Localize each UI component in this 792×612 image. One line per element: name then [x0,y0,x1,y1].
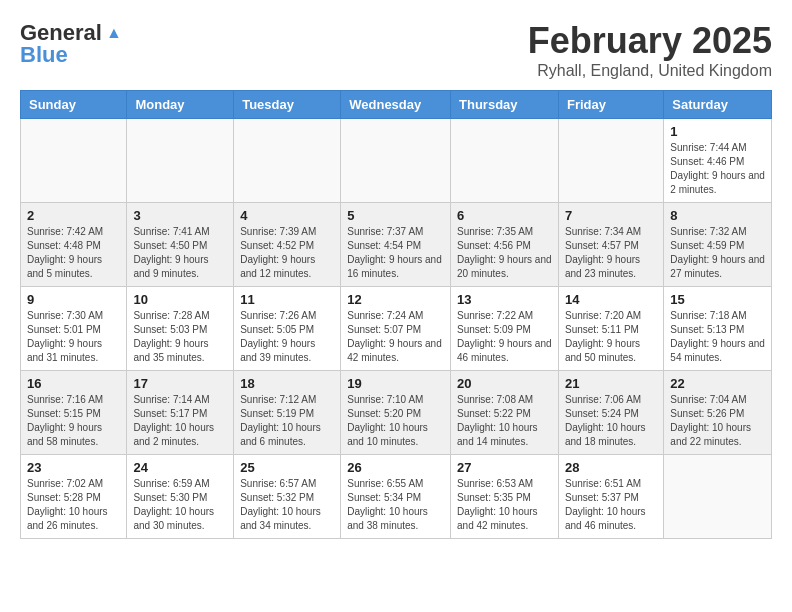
day-number: 20 [457,376,552,391]
day-info: Sunrise: 7:04 AM Sunset: 5:26 PM Dayligh… [670,393,765,449]
day-number: 2 [27,208,120,223]
day-number: 4 [240,208,334,223]
calendar-day-cell: 9Sunrise: 7:30 AM Sunset: 5:01 PM Daylig… [21,287,127,371]
calendar-week-row: 23Sunrise: 7:02 AM Sunset: 5:28 PM Dayli… [21,455,772,539]
day-number: 10 [133,292,227,307]
calendar-day-cell: 12Sunrise: 7:24 AM Sunset: 5:07 PM Dayli… [341,287,451,371]
calendar-day-cell [558,119,663,203]
calendar-day-cell: 18Sunrise: 7:12 AM Sunset: 5:19 PM Dayli… [234,371,341,455]
day-number: 5 [347,208,444,223]
day-number: 3 [133,208,227,223]
day-number: 27 [457,460,552,475]
day-number: 7 [565,208,657,223]
calendar-day-cell: 11Sunrise: 7:26 AM Sunset: 5:05 PM Dayli… [234,287,341,371]
calendar-day-cell: 2Sunrise: 7:42 AM Sunset: 4:48 PM Daylig… [21,203,127,287]
day-info: Sunrise: 7:14 AM Sunset: 5:17 PM Dayligh… [133,393,227,449]
day-info: Sunrise: 7:26 AM Sunset: 5:05 PM Dayligh… [240,309,334,365]
column-header-saturday: Saturday [664,91,772,119]
day-number: 24 [133,460,227,475]
calendar-subtitle: Ryhall, England, United Kingdom [528,62,772,80]
calendar-day-cell: 8Sunrise: 7:32 AM Sunset: 4:59 PM Daylig… [664,203,772,287]
day-number: 15 [670,292,765,307]
calendar-header-row: SundayMondayTuesdayWednesdayThursdayFrid… [21,91,772,119]
day-info: Sunrise: 7:08 AM Sunset: 5:22 PM Dayligh… [457,393,552,449]
day-info: Sunrise: 7:30 AM Sunset: 5:01 PM Dayligh… [27,309,120,365]
day-number: 25 [240,460,334,475]
day-number: 12 [347,292,444,307]
calendar-day-cell [341,119,451,203]
day-number: 26 [347,460,444,475]
calendar-day-cell: 27Sunrise: 6:53 AM Sunset: 5:35 PM Dayli… [451,455,559,539]
calendar-week-row: 9Sunrise: 7:30 AM Sunset: 5:01 PM Daylig… [21,287,772,371]
logo-bird-icon: ▲ [106,24,122,42]
day-info: Sunrise: 7:44 AM Sunset: 4:46 PM Dayligh… [670,141,765,197]
day-info: Sunrise: 7:28 AM Sunset: 5:03 PM Dayligh… [133,309,227,365]
day-number: 17 [133,376,227,391]
logo-blue: Blue [20,42,68,68]
day-info: Sunrise: 7:06 AM Sunset: 5:24 PM Dayligh… [565,393,657,449]
day-number: 1 [670,124,765,139]
day-info: Sunrise: 7:20 AM Sunset: 5:11 PM Dayligh… [565,309,657,365]
day-number: 23 [27,460,120,475]
calendar-day-cell: 10Sunrise: 7:28 AM Sunset: 5:03 PM Dayli… [127,287,234,371]
day-number: 9 [27,292,120,307]
calendar-day-cell: 19Sunrise: 7:10 AM Sunset: 5:20 PM Dayli… [341,371,451,455]
day-info: Sunrise: 7:34 AM Sunset: 4:57 PM Dayligh… [565,225,657,281]
day-info: Sunrise: 7:16 AM Sunset: 5:15 PM Dayligh… [27,393,120,449]
day-number: 21 [565,376,657,391]
calendar-day-cell: 22Sunrise: 7:04 AM Sunset: 5:26 PM Dayli… [664,371,772,455]
day-info: Sunrise: 7:39 AM Sunset: 4:52 PM Dayligh… [240,225,334,281]
day-info: Sunrise: 7:10 AM Sunset: 5:20 PM Dayligh… [347,393,444,449]
calendar-day-cell: 20Sunrise: 7:08 AM Sunset: 5:22 PM Dayli… [451,371,559,455]
calendar-week-row: 1Sunrise: 7:44 AM Sunset: 4:46 PM Daylig… [21,119,772,203]
day-info: Sunrise: 7:32 AM Sunset: 4:59 PM Dayligh… [670,225,765,281]
day-number: 18 [240,376,334,391]
day-info: Sunrise: 7:24 AM Sunset: 5:07 PM Dayligh… [347,309,444,365]
column-header-sunday: Sunday [21,91,127,119]
calendar-day-cell: 14Sunrise: 7:20 AM Sunset: 5:11 PM Dayli… [558,287,663,371]
day-number: 28 [565,460,657,475]
calendar-table: SundayMondayTuesdayWednesdayThursdayFrid… [20,90,772,539]
calendar-day-cell: 16Sunrise: 7:16 AM Sunset: 5:15 PM Dayli… [21,371,127,455]
title-section: February 2025 Ryhall, England, United Ki… [528,20,772,80]
day-number: 6 [457,208,552,223]
calendar-day-cell: 26Sunrise: 6:55 AM Sunset: 5:34 PM Dayli… [341,455,451,539]
calendar-day-cell: 28Sunrise: 6:51 AM Sunset: 5:37 PM Dayli… [558,455,663,539]
column-header-friday: Friday [558,91,663,119]
column-header-wednesday: Wednesday [341,91,451,119]
calendar-day-cell: 21Sunrise: 7:06 AM Sunset: 5:24 PM Dayli… [558,371,663,455]
calendar-day-cell: 4Sunrise: 7:39 AM Sunset: 4:52 PM Daylig… [234,203,341,287]
column-header-thursday: Thursday [451,91,559,119]
calendar-day-cell [234,119,341,203]
calendar-day-cell: 23Sunrise: 7:02 AM Sunset: 5:28 PM Dayli… [21,455,127,539]
day-info: Sunrise: 6:51 AM Sunset: 5:37 PM Dayligh… [565,477,657,533]
logo: General ▲ Blue [20,20,122,68]
calendar-day-cell: 17Sunrise: 7:14 AM Sunset: 5:17 PM Dayli… [127,371,234,455]
day-info: Sunrise: 6:59 AM Sunset: 5:30 PM Dayligh… [133,477,227,533]
day-number: 14 [565,292,657,307]
day-info: Sunrise: 7:22 AM Sunset: 5:09 PM Dayligh… [457,309,552,365]
page-header: General ▲ Blue February 2025 Ryhall, Eng… [20,20,772,80]
calendar-day-cell [21,119,127,203]
day-info: Sunrise: 6:57 AM Sunset: 5:32 PM Dayligh… [240,477,334,533]
calendar-day-cell [127,119,234,203]
calendar-day-cell [451,119,559,203]
calendar-day-cell: 1Sunrise: 7:44 AM Sunset: 4:46 PM Daylig… [664,119,772,203]
calendar-day-cell: 3Sunrise: 7:41 AM Sunset: 4:50 PM Daylig… [127,203,234,287]
calendar-day-cell: 13Sunrise: 7:22 AM Sunset: 5:09 PM Dayli… [451,287,559,371]
day-number: 19 [347,376,444,391]
calendar-day-cell [664,455,772,539]
day-number: 22 [670,376,765,391]
calendar-day-cell: 25Sunrise: 6:57 AM Sunset: 5:32 PM Dayli… [234,455,341,539]
day-info: Sunrise: 6:53 AM Sunset: 5:35 PM Dayligh… [457,477,552,533]
day-info: Sunrise: 7:41 AM Sunset: 4:50 PM Dayligh… [133,225,227,281]
day-number: 8 [670,208,765,223]
calendar-day-cell: 7Sunrise: 7:34 AM Sunset: 4:57 PM Daylig… [558,203,663,287]
column-header-tuesday: Tuesday [234,91,341,119]
day-info: Sunrise: 7:35 AM Sunset: 4:56 PM Dayligh… [457,225,552,281]
day-number: 13 [457,292,552,307]
calendar-day-cell: 5Sunrise: 7:37 AM Sunset: 4:54 PM Daylig… [341,203,451,287]
calendar-week-row: 2Sunrise: 7:42 AM Sunset: 4:48 PM Daylig… [21,203,772,287]
calendar-day-cell: 6Sunrise: 7:35 AM Sunset: 4:56 PM Daylig… [451,203,559,287]
calendar-week-row: 16Sunrise: 7:16 AM Sunset: 5:15 PM Dayli… [21,371,772,455]
